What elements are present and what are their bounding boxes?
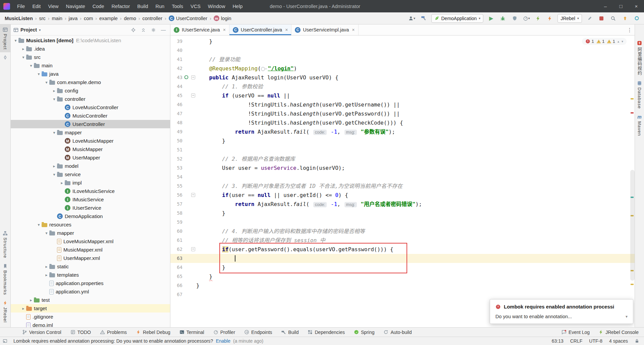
coverage-button[interactable] [511, 14, 519, 23]
tree-node-main[interactable]: ▾main [11, 61, 170, 70]
editor-tab-iuserservice-java[interactable]: IIUserService.java× [170, 24, 229, 35]
code-line-49[interactable]: 49 return AjaxResult.fail( code: -1, msg… [170, 127, 635, 136]
tree-node-mapper[interactable]: ▾mapper [11, 229, 170, 237]
tree-chevron-icon[interactable]: ▾ [51, 130, 57, 135]
tree-node-musicmapper.xml[interactable]: MusicMapper.xml [11, 246, 170, 254]
line-number[interactable]: 40 [170, 46, 184, 55]
line-number[interactable]: 41 [170, 55, 184, 64]
line-number[interactable]: 66 [170, 281, 184, 290]
tree-node-musiccontroller[interactable]: CMusicController [11, 112, 170, 120]
code-line-40[interactable]: 40 [170, 46, 635, 55]
tab-close-icon[interactable]: × [285, 27, 288, 32]
breadcrumb-item-musiclisten[interactable]: MusicListen [4, 15, 34, 22]
inspection-widget[interactable]: 1 1 1 ▴ ▾ [582, 38, 627, 45]
code-line-57[interactable]: 57 return AjaxResult.fail( code: -1, msg… [170, 200, 635, 209]
line-number[interactable]: 49 [170, 127, 184, 136]
code-line-64[interactable]: 64 } [170, 263, 635, 272]
search-everywhere-icon[interactable] [609, 14, 617, 23]
tree-node-application.properties[interactable]: application.properties [11, 279, 170, 287]
code-line-63[interactable]: 63 [170, 254, 635, 263]
code-editor[interactable]: 1 1 1 ▴ ▾ Lombok requires enabled annota… [170, 36, 635, 327]
line-number[interactable]: 39 [170, 37, 184, 46]
debug-button[interactable] [499, 14, 507, 23]
tree-node-src[interactable]: ▾src [11, 53, 170, 61]
tool-window-button-dependencies[interactable]: Dependencies [308, 330, 345, 335]
breadcrumb-item-demo[interactable]: demo [123, 15, 137, 22]
line-number[interactable]: 47 [170, 109, 184, 118]
menu-refactor[interactable]: Refactor [108, 0, 133, 12]
editor-scrollbar[interactable] [630, 170, 635, 281]
menu-build[interactable]: Build [133, 0, 152, 12]
code-line-66[interactable]: 66} [170, 281, 635, 290]
line-number[interactable]: 44 [170, 82, 184, 91]
fold-marker-icon[interactable]: − [191, 75, 195, 79]
line-number[interactable]: 67 [170, 290, 184, 299]
line-number[interactable]: 42 [170, 64, 184, 73]
locate-file-icon[interactable] [129, 26, 137, 34]
tool-window-button-event-log[interactable]: Event Log [561, 330, 590, 335]
code-line-43[interactable]: 43− public AjaxResult login(UserVO userV… [170, 73, 635, 82]
code-line-39[interactable]: 39 } [170, 37, 635, 46]
code-line-45[interactable]: 45− if (userVO == null || [170, 91, 635, 100]
line-number[interactable]: 57 [170, 200, 184, 209]
breadcrumb-item-usercontroller[interactable]: CUserController [168, 15, 208, 22]
tool-strip-tab-database[interactable]: Database [635, 78, 644, 112]
menu-vcs[interactable]: VCS [187, 0, 204, 12]
tree-node-musicmapper[interactable]: MMusicMapper [11, 145, 170, 153]
tool-window-button-profiler[interactable]: Profiler [213, 330, 235, 335]
menu-file[interactable]: File [13, 0, 29, 12]
tool-strip-tab-阿里编码规约[interactable]: 阿里编码规约 [635, 38, 644, 78]
code-line-56[interactable]: 56− if(user == null || user.getId() <= 0… [170, 191, 635, 200]
warning-count[interactable]: 1 [596, 39, 605, 44]
tree-chevron-icon[interactable]: ▸ [51, 88, 57, 93]
code-line-65[interactable]: 65 } [170, 272, 635, 281]
code-line-47[interactable]: 47 !StringUtils.hasLength(userVO.getPass… [170, 109, 635, 118]
tree-node-.idea[interactable]: ▸.idea [11, 45, 170, 53]
tool-window-button-jrebel-console[interactable]: JRebel Console [598, 330, 639, 335]
jrebel-select[interactable]: JRebel ▾ [557, 14, 582, 23]
weak-warning-count[interactable]: 1 [607, 39, 615, 44]
caret-position[interactable]: 63:13 [552, 338, 564, 344]
tree-chevron-icon[interactable]: ▾ [28, 63, 34, 68]
tree-node-static[interactable]: ▸static [11, 262, 170, 271]
line-number[interactable]: 65 [170, 272, 184, 281]
tree-node-.gitignore[interactable]: .gitignore [11, 313, 170, 321]
editor-tab-usercontroller-java[interactable]: CUserController.java× [229, 24, 292, 35]
line-number[interactable]: 43 [170, 73, 184, 82]
jrebel-debug-icon[interactable] [546, 14, 554, 23]
notification-body-link[interactable]: Do you want to enable annotation... [495, 314, 572, 319]
tree-node-usercontroller[interactable]: CUserController [11, 120, 170, 128]
line-number[interactable]: 61 [170, 236, 184, 245]
line-ending-indicator[interactable]: CRLF [570, 338, 583, 344]
fold-marker-icon[interactable]: − [191, 247, 195, 251]
tool-strip-tab-structure[interactable]: Structure [0, 228, 10, 261]
code-line-54[interactable]: 54 [170, 172, 635, 182]
line-number[interactable]: 50 [170, 136, 184, 145]
run-button[interactable]: ▶ [487, 14, 495, 23]
line-number[interactable]: 59 [170, 218, 184, 227]
line-number[interactable]: 45 [170, 91, 184, 100]
tree-node-model[interactable]: ▸model [11, 162, 170, 170]
tree-node-lovemusicmapper[interactable]: MLoveMusicMapper [11, 137, 170, 145]
tree-chevron-icon[interactable]: ▾ [51, 172, 57, 177]
tree-node-usermapper[interactable]: MUserMapper [11, 153, 170, 162]
tool-strip-tab-maven[interactable]: mMaven [635, 112, 644, 139]
code-line-44[interactable]: 44 // 1. 参数校验 [170, 82, 635, 91]
breadcrumb-item-com[interactable]: com [83, 15, 94, 22]
code-line-48[interactable]: 48 !StringUtils.hasLength(userVO.getChec… [170, 118, 635, 127]
edit-pencil-icon[interactable] [586, 14, 594, 23]
tree-chevron-icon[interactable]: ▸ [51, 164, 57, 168]
tool-strip-tab-commit[interactable] [0, 52, 10, 63]
tree-node-resources[interactable]: ▾resources [11, 220, 170, 229]
profiler-button[interactable]: ▾ [522, 14, 530, 23]
line-number[interactable]: 64 [170, 263, 184, 272]
tree-node-impl[interactable]: ▸impl [11, 179, 170, 187]
tool-window-button-spring[interactable]: Spring [354, 330, 374, 335]
tool-window-button-endpoints[interactable]: Endpoints [244, 330, 272, 335]
menu-window[interactable]: Window [204, 0, 229, 12]
gradle-sync-icon[interactable] [633, 14, 641, 23]
maximize-button[interactable]: □ [613, 0, 629, 12]
tab-close-icon[interactable]: × [352, 27, 355, 32]
code-line-55[interactable]: 55 // 3. 判断用户对象是否为空或者 ID 不合法,为空说明当前用户名不存… [170, 182, 635, 191]
enable-link[interactable]: Enable [216, 338, 230, 344]
